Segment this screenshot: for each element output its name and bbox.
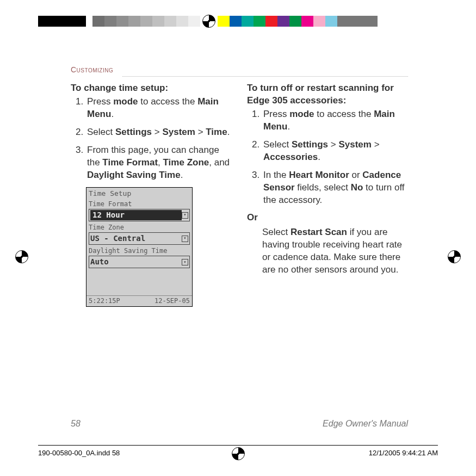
- or-label: Or: [247, 212, 408, 224]
- list-item: In the Heart Monitor or Cadence Sensor f…: [262, 169, 408, 207]
- slug-filename: 190-00580-00_0A.indd 58: [38, 449, 232, 457]
- device-label: Daylight Saving Time: [86, 246, 192, 255]
- dropdown-arrow-icon: ▾: [182, 259, 188, 265]
- dropdown-arrow-icon: ▾: [182, 236, 188, 242]
- right-steps: Press mode to access the Main Menu. Sele…: [247, 108, 408, 207]
- reg-black-block: [38, 16, 86, 27]
- device-field-dst: Auto ▾: [89, 256, 190, 268]
- registration-target-icon: [202, 15, 215, 28]
- device-field-time-zone: US - Central ▾: [89, 232, 190, 245]
- column-right: To turn off or restart scanning for Edge…: [247, 82, 408, 307]
- device-value: Auto: [90, 257, 182, 267]
- device-screenshot: Time Setup Time Format 12 Hour ▾ Time Zo…: [86, 187, 193, 307]
- registration-target-icon: [232, 447, 245, 460]
- header-rule: [122, 76, 408, 77]
- print-registration-top: [38, 14, 438, 29]
- reg-gray-end: [337, 16, 378, 27]
- left-heading: To change time setup:: [71, 82, 232, 95]
- page-number: 58: [71, 419, 81, 429]
- page-footer: 58 Edge Owner's Manual: [71, 419, 408, 429]
- list-item: From this page, you can change the Time …: [86, 144, 232, 182]
- list-item: Press mode to access the Main Menu.: [262, 108, 408, 133]
- device-label: Time Zone: [86, 222, 192, 232]
- right-heading: To turn off or restart scanning for Edge…: [247, 82, 408, 107]
- dropdown-arrow-icon: ▾: [182, 212, 188, 219]
- device-value: 12 Hour: [90, 210, 182, 220]
- device-title: Time Setup: [86, 188, 192, 200]
- device-field-time-format: 12 Hour ▾: [89, 209, 190, 221]
- printer-slug: 190-00580-00_0A.indd 58 12/1/2005 9:44:2…: [38, 445, 438, 460]
- registration-target-icon: [15, 250, 28, 263]
- reg-color-swatches: [218, 16, 337, 27]
- list-item: Select Settings > System > Time.: [86, 126, 232, 139]
- slug-timestamp: 12/1/2005 9:44:21 AM: [245, 449, 438, 457]
- section-header: Customizing: [71, 65, 408, 75]
- reg-gray-swatches: [92, 16, 200, 27]
- alt-paragraph: Select Restart Scan if you are having tr…: [247, 226, 408, 276]
- device-status-bar: 5:22:15P 12-SEP-05: [86, 295, 192, 306]
- registration-target-icon: [448, 250, 461, 263]
- device-time: 5:22:15P: [89, 296, 120, 305]
- list-item: Press mode to access the Main Menu.: [86, 96, 232, 121]
- list-item: Select Settings > System > Accessories.: [262, 139, 408, 164]
- device-label: Time Format: [86, 199, 192, 208]
- device-date: 12-SEP-05: [154, 296, 190, 305]
- page-content: Customizing To change time setup: Press …: [71, 65, 408, 307]
- device-value: US - Central: [90, 233, 182, 244]
- column-left: To change time setup: Press mode to acce…: [71, 82, 232, 307]
- left-steps: Press mode to access the Main Menu. Sele…: [71, 96, 232, 182]
- doc-title: Edge Owner's Manual: [323, 419, 408, 429]
